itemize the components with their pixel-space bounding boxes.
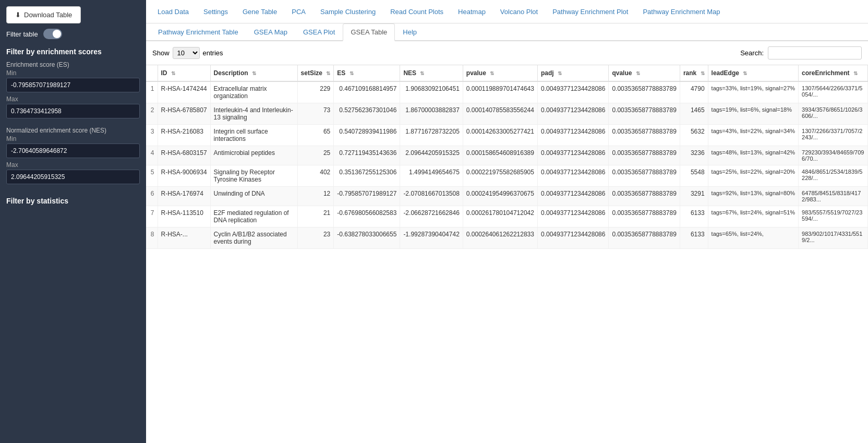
table-row: 1 R-HSA-1474244 Extracellular matrix org… — [146, 81, 868, 103]
cell-padj: 0.00493771234428086 — [537, 146, 608, 165]
nes-min-label: Min — [6, 135, 140, 142]
col-pvalue[interactable]: pvalue ⇅ — [463, 65, 537, 82]
col-id[interactable]: ID ⇅ — [158, 65, 210, 82]
cell-nes: 1.4994149654675 — [400, 165, 463, 187]
table-controls: Show 10 25 50 100 entries Search: — [146, 41, 868, 65]
nav-heatmap[interactable]: Heatmap — [451, 2, 493, 22]
cell-description: E2F mediated regulation of DNA replicati… — [210, 206, 297, 228]
cell-es: 0.540728939411986 — [334, 125, 400, 146]
col-num[interactable] — [146, 65, 158, 82]
col-rank[interactable]: rank ⇅ — [680, 65, 708, 82]
nav-pathway-enrichment-plot[interactable]: Pathway Enrichment Plot — [545, 2, 635, 22]
cell-rank: 3291 — [680, 187, 708, 206]
cell-padj: 0.00493771234428086 — [537, 206, 608, 228]
cell-es: 0.351367255125306 — [334, 165, 400, 187]
cell-leadedge: tags=67%, list=24%, signal=51% — [708, 206, 799, 228]
cell-leadedge: tags=92%, list=13%, signal=80% — [708, 187, 799, 206]
nav-pathway-enrichment-map[interactable]: Pathway Enrichment Map — [635, 2, 727, 22]
nav-sample-clustering[interactable]: Sample Clustering — [313, 2, 383, 22]
nav-load-data[interactable]: Load Data — [150, 2, 196, 22]
nav-volcano-plot[interactable]: Volcano Plot — [493, 2, 545, 22]
cell-leadedge: tags=48%, list=13%, signal=42% — [708, 146, 799, 165]
cell-padj: 0.00493771234428086 — [537, 165, 608, 187]
tab-gsea-map[interactable]: GSEA Map — [246, 23, 295, 40]
cell-leadedge: tags=43%, list=22%, signal=34% — [708, 125, 799, 146]
filter-table-toggle[interactable] — [43, 29, 62, 39]
cell-num: 6 — [146, 187, 158, 206]
cell-pvalue: 0.000140785583556244 — [463, 103, 537, 125]
col-qvalue[interactable]: qvalue ⇅ — [609, 65, 680, 82]
second-nav: Pathway Enrichment Table GSEA Map GSEA P… — [146, 23, 868, 41]
entries-select[interactable]: 10 25 50 100 — [173, 47, 200, 59]
nav-pca[interactable]: PCA — [284, 2, 313, 22]
cell-description: Signaling by Receptor Tyrosine Kinases — [210, 165, 297, 187]
cell-padj: 0.00493771234428086 — [537, 187, 608, 206]
cell-nes: 2.09644205915325 — [400, 146, 463, 165]
nes-max-input[interactable] — [6, 170, 140, 184]
cell-setsize: 73 — [297, 103, 334, 125]
cell-nes: 1.86700003882837 — [400, 103, 463, 125]
cell-coreenrichment: 1307/5644/2266/3371/5054/... — [799, 81, 868, 103]
cell-pvalue: 0.000261780104712042 — [463, 206, 537, 228]
cell-padj: 0.00493771234428086 — [537, 228, 608, 249]
table-wrapper: ID ⇅ Description ⇅ setSize ⇅ ES ⇅ NES ⇅ … — [146, 65, 868, 443]
nav-read-count-plots[interactable]: Read Count Plots — [383, 2, 451, 22]
table-row: 7 R-HSA-113510 E2F mediated regulation o… — [146, 206, 868, 228]
es-max-input[interactable] — [6, 104, 140, 118]
cell-pvalue: 0.000221975582685905 — [463, 165, 537, 187]
nes-label: Normalized enrichment score (NES) — [6, 127, 140, 134]
cell-rank: 6133 — [680, 228, 708, 249]
cell-pvalue: 0.000158654608916389 — [463, 146, 537, 165]
cell-setsize: 25 — [297, 146, 334, 165]
cell-padj: 0.00493771234428086 — [537, 103, 608, 125]
cell-id: R-HSA-1474244 — [158, 81, 210, 103]
nes-filter-group: Normalized enrichment score (NES) Min Ma… — [6, 127, 140, 187]
cell-leadedge: tags=19%, list=6%, signal=18% — [708, 103, 799, 125]
download-icon: ⬇ — [15, 11, 21, 19]
cell-pvalue: 0.000264061262212833 — [463, 228, 537, 249]
col-coreenrichment[interactable]: coreEnrichment ⇅ — [799, 65, 868, 82]
cell-es: 0.527562367301046 — [334, 103, 400, 125]
col-setsize[interactable]: setSize ⇅ — [297, 65, 334, 82]
table-header-row: ID ⇅ Description ⇅ setSize ⇅ ES ⇅ NES ⇅ … — [146, 65, 868, 82]
nes-min-input[interactable] — [6, 143, 140, 158]
cell-setsize: 12 — [297, 187, 334, 206]
cell-setsize: 65 — [297, 125, 334, 146]
cell-es: 0.467109168814957 — [334, 81, 400, 103]
cell-num: 8 — [146, 228, 158, 249]
cell-setsize: 402 — [297, 165, 334, 187]
cell-id: R-HSA-216083 — [158, 125, 210, 146]
col-description[interactable]: Description ⇅ — [210, 65, 297, 82]
cell-pvalue: 0.000119889701474643 — [463, 81, 537, 103]
cell-nes: 1.87716728732205 — [400, 125, 463, 146]
cell-id: R-HSA-176974 — [158, 187, 210, 206]
tab-gsea-table[interactable]: GSEA Table — [343, 23, 395, 41]
cell-setsize: 23 — [297, 228, 334, 249]
cell-rank: 5632 — [680, 125, 708, 146]
cell-qvalue: 0.00353658778883789 — [609, 125, 680, 146]
cell-rank: 4790 — [680, 81, 708, 103]
col-leadedge[interactable]: leadEdge ⇅ — [708, 65, 799, 82]
col-padj[interactable]: padj ⇅ — [537, 65, 608, 82]
cell-es: -0.638278033006655 — [334, 228, 400, 249]
nav-gene-table[interactable]: Gene Table — [235, 2, 284, 22]
col-es[interactable]: ES ⇅ — [334, 65, 400, 82]
nav-settings[interactable]: Settings — [196, 2, 235, 22]
search-row: Search: — [740, 46, 862, 59]
cell-es: -0.795857071989127 — [334, 187, 400, 206]
cell-leadedge: tags=33%, list=19%, signal=27% — [708, 81, 799, 103]
tab-gsea-plot[interactable]: GSEA Plot — [295, 23, 343, 40]
filter-table-label: Filter table — [6, 30, 38, 38]
es-min-input[interactable] — [6, 78, 140, 92]
nes-max-label: Max — [6, 161, 140, 169]
cell-id: R-HSA-113510 — [158, 206, 210, 228]
download-table-button[interactable]: ⬇ Download Table — [6, 6, 81, 23]
search-input[interactable] — [768, 46, 862, 59]
cell-rank: 3236 — [680, 146, 708, 165]
tab-pathway-enrichment-table[interactable]: Pathway Enrichment Table — [150, 23, 246, 40]
cell-qvalue: 0.00353658778883789 — [609, 103, 680, 125]
table-row: 6 R-HSA-176974 Unwinding of DNA 12 -0.79… — [146, 187, 868, 206]
cell-coreenrichment: 983/5557/5519/7027/23594/... — [799, 206, 868, 228]
col-nes[interactable]: NES ⇅ — [400, 65, 463, 82]
tab-help[interactable]: Help — [395, 23, 425, 40]
